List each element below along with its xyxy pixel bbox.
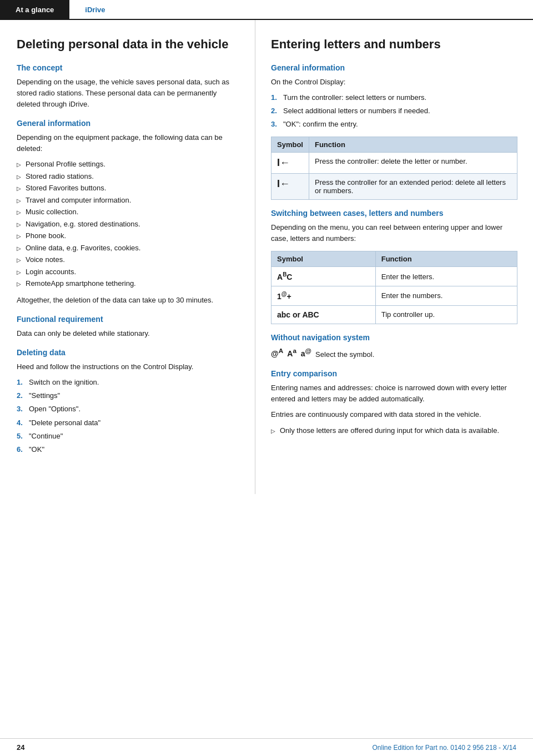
list-item: ▷Stored radio stations.: [17, 171, 239, 182]
right-column: Entering letters and numbers General inf…: [255, 20, 533, 494]
arrow-icon: ▷: [17, 268, 21, 276]
list-item: ▷Personal Profile settings.: [17, 159, 239, 170]
arrow-icon: ▷: [17, 280, 21, 288]
list-item: ▷ Only those letters are offered during …: [271, 425, 517, 436]
right-page-title: Entering letters and numbers: [271, 37, 517, 52]
cases-table: Symbol Function ABC Enter the letters. 1…: [271, 251, 517, 324]
tab-at-a-glance[interactable]: At a glance: [0, 0, 69, 19]
arrow-icon: ▷: [17, 160, 21, 169]
page-number: 24: [17, 743, 24, 752]
list-item: 3.Open "Options".: [17, 404, 239, 415]
symbol-table: Symbol Function I← Press the controller:…: [271, 137, 517, 200]
switching-body: Depending on the menu, you can reel betw…: [271, 222, 517, 244]
list-item: ▷Login accounts.: [17, 266, 239, 278]
entry-comparison-body2: Entries are continuously compared with d…: [271, 409, 517, 420]
entry-comparison-body1: Entering names and addresses: choice is …: [271, 382, 517, 405]
arrow-icon: ▷: [17, 184, 21, 193]
list-item: ▷Travel and computer information.: [17, 195, 239, 206]
section-heading-concept: The concept: [17, 63, 239, 72]
symbol-cell: I←: [271, 174, 309, 200]
arrow-icon: ▷: [17, 256, 21, 264]
table-row: I← Press the controller: delete the lett…: [271, 153, 517, 174]
arrow-icon: ▷: [17, 232, 21, 240]
sym-col-header: Symbol: [271, 251, 376, 267]
list-item: 5."Continue": [17, 431, 239, 442]
general-intro: Depending on the equipment package, the …: [17, 132, 239, 154]
list-item: ▷Phone book.: [17, 230, 239, 241]
arrow-icon: ▷: [17, 220, 21, 229]
arrow-icon: ▷: [17, 208, 21, 216]
top-navigation: At a glance iDrive: [0, 0, 533, 20]
section-heading-general: General information: [17, 119, 239, 128]
entry-comparison-bullets: ▷ Only those letters are offered during …: [271, 425, 517, 436]
symbol-cell: 1@+: [271, 286, 376, 306]
list-item: ▷Online data, e.g. Favorites, cookies.: [17, 243, 239, 254]
list-item: 4."Delete personal data": [17, 417, 239, 429]
section-heading-general-right: General information: [271, 63, 517, 72]
left-column: Deleting personal data in the vehicle Th…: [0, 20, 255, 494]
concept-body: Depending on the usage, the vehicle save…: [17, 77, 239, 110]
function-cell: Press the controller for an extended per…: [309, 174, 517, 200]
func-col-header: Function: [309, 137, 517, 153]
table-row: 1@+ Enter the numbers.: [271, 286, 517, 306]
section-heading-deleting: Deleting data: [17, 348, 239, 357]
list-item: ▷Music collection.: [17, 206, 239, 218]
general-footer: Altogether, the deletion of the data can…: [17, 295, 239, 306]
arrow-icon: ▷: [17, 173, 21, 181]
list-item: 2."Settings": [17, 390, 239, 401]
list-item: 6."OK": [17, 444, 239, 455]
function-cell: Enter the numbers.: [375, 286, 517, 306]
symbol-cell: I←: [271, 153, 309, 174]
section-heading-switching: Switching between cases, letters and num…: [271, 209, 517, 218]
deleting-steps: 1.Switch on the ignition. 2."Settings" 3…: [17, 377, 239, 455]
list-item: ▷RemoteApp smartphone tethering.: [17, 278, 239, 289]
list-item: 3."OK": confirm the entry.: [271, 119, 517, 130]
arrow-icon: ▷: [17, 196, 21, 205]
func-col-header: Function: [375, 251, 517, 267]
functional-body: Data can only be deleted while stationar…: [17, 328, 239, 339]
footer-text: Online Edition for Part no. 0140 2 956 2…: [372, 744, 516, 752]
tab-idrive-label: iDrive: [85, 6, 105, 14]
list-item: 2.Select additional letters or numbers i…: [271, 105, 517, 117]
function-cell: Tip controller up.: [375, 305, 517, 324]
general-bullet-list: ▷Personal Profile settings. ▷Stored radi…: [17, 159, 239, 289]
list-item: ▷Navigation, e.g. stored destinations.: [17, 219, 239, 230]
list-item: ▷Stored Favorites buttons.: [17, 183, 239, 194]
deleting-intro: Heed and follow the instructions on the …: [17, 361, 239, 372]
section-heading-functional: Functional requirement: [17, 315, 239, 324]
table-row: abc or ABC Tip controller up.: [271, 305, 517, 324]
tab-at-a-glance-label: At a glance: [16, 6, 54, 14]
list-item: 1.Switch on the ignition.: [17, 377, 239, 388]
general-right-intro: On the Control Display:: [271, 77, 517, 88]
without-nav-content: @A Aa a@ Select the symbol.: [271, 346, 517, 360]
symbol-cell: abc or ABC: [271, 305, 376, 324]
content-wrapper: Deleting personal data in the vehicle Th…: [0, 20, 533, 494]
sym-col-header: Symbol: [271, 137, 309, 153]
table-row: ABC Enter the letters.: [271, 267, 517, 286]
section-heading-entry-comparison: Entry comparison: [271, 369, 517, 378]
table-row: I← Press the controller for an extended …: [271, 174, 517, 200]
tab-idrive[interactable]: iDrive: [69, 0, 120, 19]
list-item: ▷Voice notes.: [17, 254, 239, 265]
general-right-steps: 1.Turn the controller: select letters or…: [271, 92, 517, 130]
function-cell: Press the controller: delete the letter …: [309, 153, 517, 174]
arrow-icon: ▷: [271, 427, 275, 435]
list-item: 1.Turn the controller: select letters or…: [271, 92, 517, 103]
section-heading-without-nav: Without navigation system: [271, 333, 517, 342]
function-cell: Enter the letters.: [375, 267, 517, 286]
page-footer: 24 Online Edition for Part no. 0140 2 95…: [0, 738, 533, 756]
symbol-cell: ABC: [271, 267, 376, 286]
page-title: Deleting personal data in the vehicle: [17, 37, 239, 52]
arrow-icon: ▷: [17, 244, 21, 253]
